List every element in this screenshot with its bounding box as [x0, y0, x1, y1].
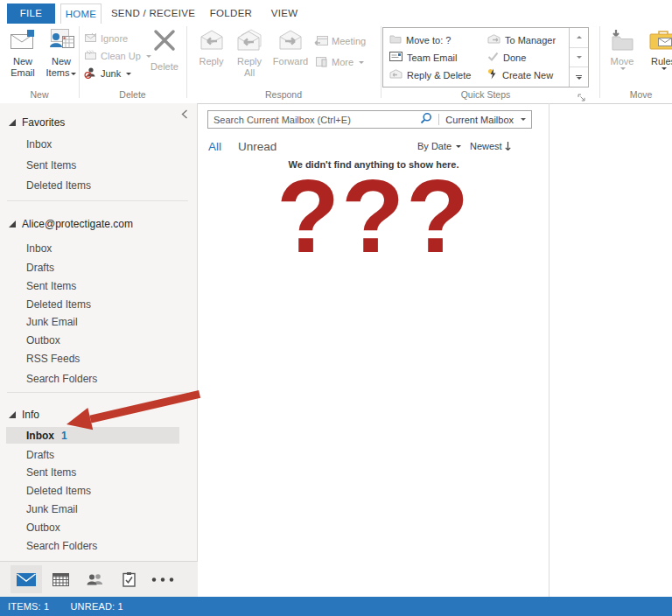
search-input[interactable] [214, 115, 420, 125]
quick-steps-scroll-up[interactable] [570, 28, 588, 48]
new-email-button[interactable]: New Email [4, 27, 42, 79]
nav-more-button[interactable] [147, 565, 178, 593]
nav-people-button[interactable] [79, 565, 110, 593]
folder-icon [389, 34, 402, 46]
folder-account-rss-feeds[interactable]: RSS Feeds [0, 351, 197, 367]
sort-by-date-dropdown[interactable]: By Date [417, 141, 461, 151]
rules-icon [648, 27, 672, 53]
new-items-label-2: Items [46, 67, 77, 79]
clean-up-button[interactable]: Clean Up [84, 49, 151, 63]
quick-step-create-new[interactable]: Create New [487, 66, 553, 83]
folder-favorites-deleted-items[interactable]: Deleted Items [0, 178, 197, 193]
search-box: Current Mailbox [207, 110, 532, 129]
filter-unread[interactable]: Unread [238, 140, 276, 153]
new-email-label-1: New [13, 56, 32, 67]
reading-pane-divider[interactable] [549, 103, 550, 597]
section-header-account[interactable]: Alice@protectigate.com [0, 216, 197, 232]
status-items-count: ITEMS: 1 [8, 601, 49, 612]
nav-mail-button[interactable] [10, 565, 42, 593]
tab-view[interactable]: VIEW [264, 4, 304, 24]
delete-label: Delete [150, 61, 178, 73]
nav-calendar-button[interactable] [45, 565, 76, 593]
dropdown-caret-icon [620, 67, 626, 70]
folder-account-sent-items[interactable]: Sent Items [0, 278, 197, 294]
nav-tasks-button[interactable] [113, 565, 144, 593]
quick-step-reply-delete[interactable]: Reply & Delete [389, 66, 471, 83]
meeting-button[interactable]: Meeting [314, 34, 366, 48]
ribbon: New Email New Items Ignore [0, 24, 672, 104]
junk-button[interactable]: Junk [84, 66, 131, 80]
folder-info-deleted-items[interactable]: Deleted Items [0, 483, 197, 499]
forward-label: Forward [273, 56, 308, 67]
folder-account-inbox[interactable]: Inbox [0, 241, 197, 256]
more-icon [314, 56, 328, 69]
mail-icon [17, 573, 36, 586]
folder-account-deleted-items[interactable]: Deleted Items [0, 297, 197, 312]
folder-account-search-folders[interactable]: Search Folders [0, 371, 197, 387]
folder-info-search-folders[interactable]: Search Folders [0, 538, 197, 554]
rules-label: Rules [651, 56, 672, 67]
folder-info-outbox[interactable]: Outbox [0, 520, 197, 536]
folder-info-sent-items[interactable]: Sent Items [0, 465, 197, 480]
more-button[interactable]: More [314, 55, 364, 69]
scope-caret-icon[interactable] [521, 118, 526, 121]
send-envelope-icon [487, 34, 500, 46]
dropdown-caret-icon [359, 61, 364, 64]
new-items-label-1: New [52, 56, 71, 67]
clean-up-label: Clean Up [101, 51, 141, 61]
quick-step-team-email[interactable]: Team Email [389, 49, 457, 66]
dropdown-caret-icon [71, 73, 76, 75]
tab-file[interactable]: FILE [7, 4, 55, 24]
section-header-info[interactable]: Info [0, 407, 197, 423]
new-email-label-2: Email [10, 67, 35, 79]
section-divider [7, 392, 188, 393]
reply-all-button[interactable]: Reply All [230, 27, 269, 79]
quick-steps-scroll-down[interactable] [570, 48, 588, 68]
folder-info-inbox-selected[interactable]: Inbox 1 [6, 427, 179, 444]
tab-folder[interactable]: FOLDER [205, 4, 257, 24]
section-header-favorites[interactable]: Favorites [0, 115, 197, 130]
group-separator [79, 26, 80, 98]
expanded-triangle-icon [9, 119, 16, 126]
quick-step-move-to[interactable]: Move to: ? [389, 32, 451, 48]
tab-home[interactable]: HOME [60, 4, 102, 24]
reply-label: Reply [199, 56, 223, 67]
ignore-label: Ignore [101, 33, 128, 44]
sort-order-newest[interactable]: Newest [470, 141, 511, 151]
group-label-respond: Respond [186, 88, 381, 101]
navigation-bar [0, 561, 198, 597]
more-label: More [332, 57, 354, 67]
folder-account-junk-email[interactable]: Junk Email [0, 314, 197, 330]
folder-account-outbox[interactable]: Outbox [0, 332, 197, 348]
unread-count-badge: 1 [61, 430, 67, 442]
tasks-icon [122, 572, 136, 587]
folder-favorites-sent-items[interactable]: Sent Items [0, 158, 197, 173]
folder-info-drafts[interactable]: Drafts [0, 447, 197, 463]
delete-button[interactable]: Delete [145, 27, 184, 73]
group-label-new: New [0, 88, 79, 101]
move-label: Move [611, 56, 634, 67]
rules-button[interactable]: Rules [641, 27, 672, 70]
folder-account-drafts[interactable]: Drafts [0, 260, 197, 276]
quick-step-done[interactable]: Done [487, 49, 526, 66]
tab-send-receive[interactable]: SEND / RECEIVE [108, 4, 198, 24]
folder-favorites-inbox[interactable]: Inbox [0, 136, 197, 152]
quick-step-to-manager[interactable]: To Manager [487, 32, 556, 48]
search-separator [438, 114, 439, 125]
group-separator [381, 26, 382, 98]
group-label-quick-steps: Quick Steps [381, 88, 591, 101]
status-unread-count: UNREAD: 1 [70, 601, 122, 612]
quick-steps-more-button[interactable] [570, 67, 588, 87]
dropdown-caret-icon [126, 73, 131, 75]
new-items-button[interactable]: New Items [44, 27, 79, 79]
move-button[interactable]: Move [606, 27, 639, 70]
search-icon[interactable] [420, 112, 432, 128]
filter-all[interactable]: All [208, 140, 221, 153]
question-marks-overlay: ??? [199, 172, 549, 262]
reply-button[interactable]: Reply [193, 27, 229, 67]
junk-icon [84, 66, 97, 80]
forward-button[interactable]: Forward [270, 27, 312, 67]
folder-info-junk-email[interactable]: Junk Email [0, 501, 197, 517]
search-scope-dropdown[interactable]: Current Mailbox [445, 115, 514, 125]
ignore-button[interactable]: Ignore [84, 32, 128, 46]
